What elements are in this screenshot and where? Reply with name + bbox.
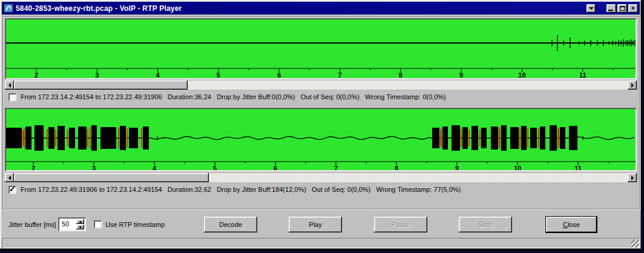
- stream-1-checkbox[interactable]: ✓: [8, 93, 16, 101]
- maximize-icon: [620, 6, 625, 11]
- arrow-up-icon: [79, 221, 82, 223]
- minimize-button[interactable]: [606, 4, 616, 13]
- svg-text:11: 11: [579, 71, 586, 78]
- svg-text:3: 3: [92, 165, 96, 170]
- svg-text:9: 9: [459, 71, 463, 78]
- pause-button[interactable]: Pause: [374, 217, 427, 232]
- arrow-left-icon: [8, 176, 11, 180]
- svg-text:4: 4: [156, 71, 160, 78]
- svg-text:11: 11: [574, 165, 582, 170]
- svg-text:7: 7: [334, 165, 338, 170]
- svg-text:10: 10: [518, 71, 525, 78]
- svg-text:9: 9: [455, 165, 459, 170]
- svg-text:8: 8: [399, 71, 402, 78]
- close-button[interactable]: Close: [545, 216, 597, 233]
- arrow-left-icon: [8, 83, 11, 88]
- minimize-icon: [608, 10, 613, 11]
- scroll-right-arrow[interactable]: [628, 173, 637, 182]
- maximize-button[interactable]: [617, 4, 627, 13]
- jitter-buffer-value: 50: [62, 220, 69, 228]
- stream-row-2: ✓ From 172.23.22.49:31906 to 172.23.14.2…: [8, 185, 461, 194]
- svg-text:2: 2: [31, 165, 35, 170]
- jitter-buffer-label: Jitter buffer [ms]: [8, 221, 56, 228]
- stream-2-info: From 172.23.22.49:31906 to 172.23.14.2:4…: [21, 186, 461, 193]
- wireshark-app-icon: [4, 4, 13, 13]
- arrow-down-icon: [79, 226, 82, 228]
- close-icon: ×: [631, 5, 635, 12]
- window-shade-button[interactable]: [586, 4, 596, 13]
- scroll-left-arrow[interactable]: [5, 173, 14, 182]
- close-window-button[interactable]: ×: [628, 4, 638, 13]
- stop-button[interactable]: Stop: [459, 217, 512, 232]
- svg-text:7: 7: [338, 71, 341, 78]
- svg-text:5: 5: [217, 71, 220, 78]
- jitter-buffer-spinner[interactable]: 50: [58, 217, 86, 231]
- titlebar: 5840-2853-wheezy-rbt.pcap - VoIP - RTP P…: [2, 2, 640, 15]
- waveform-scrollbar-stream-1[interactable]: [5, 80, 637, 90]
- waveform-panel-stream-2[interactable]: 234567891011: [5, 108, 637, 171]
- arrow-right-icon: [631, 176, 634, 180]
- statusbar: [2, 238, 640, 248]
- use-rtp-timestamp-label: Use RTP timestamp: [105, 221, 165, 228]
- scroll-left-arrow[interactable]: [5, 80, 14, 90]
- svg-text:4: 4: [153, 165, 157, 170]
- window-title: 5840-2853-wheezy-rbt.pcap - VoIP - RTP P…: [16, 4, 586, 13]
- svg-text:3: 3: [95, 71, 99, 78]
- stream-1-info: From 172.23.14.2:49154 to 172.23.22.49:3…: [21, 93, 446, 100]
- spinner-up-button[interactable]: [76, 219, 84, 224]
- use-rtp-timestamp-checkbox[interactable]: ✓: [94, 220, 102, 228]
- checkmark-icon: ✓: [9, 185, 16, 194]
- svg-text:6: 6: [277, 71, 281, 78]
- scrollbar-thumb[interactable]: [14, 173, 209, 182]
- svg-text:6: 6: [274, 165, 277, 170]
- svg-text:5: 5: [213, 165, 217, 170]
- scrollbar-thumb[interactable]: [14, 80, 188, 90]
- stream-row-1: ✓ From 172.23.14.2:49154 to 172.23.22.49…: [8, 92, 446, 102]
- waveform-scrollbar-stream-2[interactable]: [5, 173, 637, 182]
- chevron-down-icon: [589, 7, 594, 10]
- svg-text:2: 2: [34, 71, 38, 78]
- rtp-player-window: 5840-2853-wheezy-rbt.pcap - VoIP - RTP P…: [0, 0, 642, 249]
- waveform-panel-stream-1[interactable]: 234567891011: [5, 18, 637, 79]
- stream-2-checkbox[interactable]: ✓: [8, 186, 16, 194]
- spinner-down-button[interactable]: [76, 225, 84, 229]
- decode-button[interactable]: Decode: [204, 217, 257, 232]
- svg-text:10: 10: [514, 165, 521, 170]
- play-button[interactable]: Play: [289, 217, 342, 232]
- scroll-right-arrow[interactable]: [628, 80, 637, 90]
- resize-grip-icon[interactable]: [631, 240, 639, 248]
- svg-text:8: 8: [395, 165, 398, 170]
- arrow-right-icon: [631, 83, 634, 88]
